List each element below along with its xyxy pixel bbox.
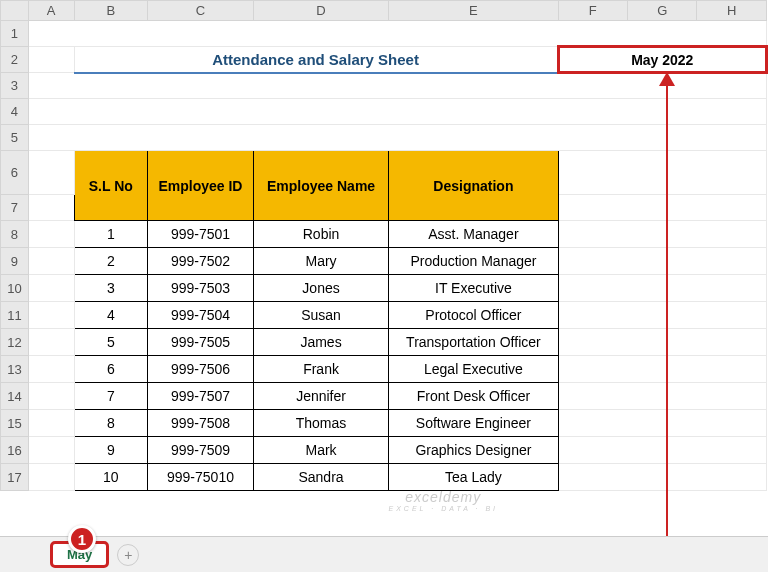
row-header-1[interactable]: 1 — [1, 21, 29, 47]
cell[interactable] — [558, 151, 766, 195]
row-header-5[interactable]: 5 — [1, 125, 29, 151]
table-row: 92999-7502MaryProduction Manager — [1, 248, 767, 275]
spreadsheet-grid: A B C D E F G H 1 2 Attendance and Salar… — [0, 0, 768, 491]
header-sl[interactable]: S.L No — [74, 151, 148, 221]
row-header-6[interactable]: 6 — [1, 151, 29, 195]
row-header-15[interactable]: 15 — [1, 410, 29, 437]
row-header-10[interactable]: 10 — [1, 275, 29, 302]
header-desig[interactable]: Designation — [389, 151, 558, 221]
row-header-11[interactable]: 11 — [1, 302, 29, 329]
col-header-B[interactable]: B — [74, 1, 148, 21]
row-header-14[interactable]: 14 — [1, 383, 29, 410]
row-header-7[interactable]: 7 — [1, 195, 29, 221]
date-cell[interactable]: May 2022 — [558, 47, 766, 73]
row-header-8[interactable]: 8 — [1, 221, 29, 248]
cell[interactable] — [28, 125, 766, 151]
table-row: 114999-7504SusanProtocol Officer — [1, 302, 767, 329]
cell[interactable] — [28, 195, 74, 221]
row-header-2[interactable]: 2 — [1, 47, 29, 73]
table-row: 158999-7508ThomasSoftware Engineer — [1, 410, 767, 437]
annotation-arrow — [666, 84, 669, 540]
column-header-row: A B C D E F G H — [1, 1, 767, 21]
table-row: 169999-7509MarkGraphics Designer — [1, 437, 767, 464]
row-header-13[interactable]: 13 — [1, 356, 29, 383]
table-row: 1710999-75010SandraTea Lady — [1, 464, 767, 491]
row-header-4[interactable]: 4 — [1, 99, 29, 125]
table-row: 147999-7507JenniferFront Desk Officer — [1, 383, 767, 410]
col-header-C[interactable]: C — [148, 1, 254, 21]
select-all-cell[interactable] — [1, 1, 29, 21]
col-header-A[interactable]: A — [28, 1, 74, 21]
col-header-G[interactable]: G — [628, 1, 697, 21]
row-header-17[interactable]: 17 — [1, 464, 29, 491]
table-row: 103999-7503JonesIT Executive — [1, 275, 767, 302]
step-badge: 1 — [68, 525, 96, 553]
sheet-tab-bar: May + — [0, 536, 768, 572]
cell[interactable] — [28, 99, 766, 125]
header-name[interactable]: Employee Name — [253, 151, 388, 221]
table-row: 136999-7506FrankLegal Executive — [1, 356, 767, 383]
col-header-D[interactable]: D — [253, 1, 388, 21]
cell[interactable] — [558, 195, 766, 221]
row-header-12[interactable]: 12 — [1, 329, 29, 356]
table-row: 81999-7501RobinAsst. Manager — [1, 221, 767, 248]
row-header-16[interactable]: 16 — [1, 437, 29, 464]
watermark: exceldemy EXCEL · DATA · BI — [389, 489, 498, 512]
new-sheet-button[interactable]: + — [117, 544, 139, 566]
col-header-E[interactable]: E — [389, 1, 558, 21]
arrow-head-icon — [659, 72, 675, 86]
col-header-F[interactable]: F — [558, 1, 627, 21]
header-empid[interactable]: Employee ID — [148, 151, 254, 221]
cell[interactable] — [28, 151, 74, 195]
col-header-H[interactable]: H — [697, 1, 767, 21]
cell[interactable] — [28, 21, 766, 47]
sheet-title[interactable]: Attendance and Salary Sheet — [74, 47, 558, 73]
cell[interactable] — [28, 73, 766, 99]
cell[interactable] — [28, 47, 74, 73]
row-header-9[interactable]: 9 — [1, 248, 29, 275]
table-row: 125999-7505JamesTransportation Officer — [1, 329, 767, 356]
row-header-3[interactable]: 3 — [1, 73, 29, 99]
